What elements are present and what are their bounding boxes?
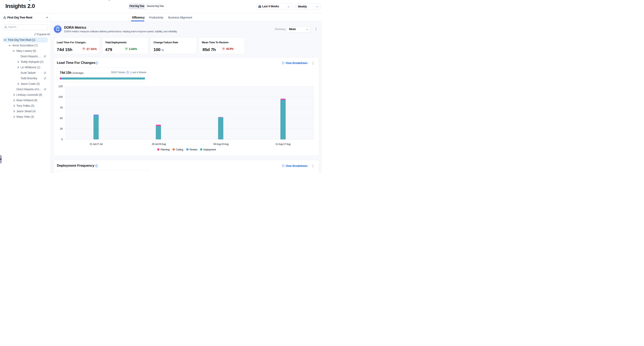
svg-text:04 Aug-10 Aug: 04 Aug-10 Aug: [214, 143, 228, 145]
svg-text:50: 50: [60, 117, 63, 120]
svg-text:Coding: Coding: [176, 148, 183, 151]
svg-text:75: 75: [60, 106, 63, 109]
svg-text:Planning: Planning: [160, 148, 170, 151]
svg-text:100: 100: [58, 95, 63, 98]
svg-text:Review: Review: [190, 148, 198, 151]
svg-text:125: 125: [58, 85, 63, 88]
svg-text:25: 25: [60, 127, 63, 130]
svg-text:0: 0: [61, 138, 63, 141]
svg-text:28 Jul-03 Aug: 28 Jul-03 Aug: [152, 143, 166, 145]
svg-text:21 Jul-27 Jul: 21 Jul-27 Jul: [90, 143, 102, 145]
svg-text:11 Aug-17 Aug: 11 Aug-17 Aug: [276, 143, 291, 145]
svg-text:Deployment: Deployment: [204, 148, 216, 151]
